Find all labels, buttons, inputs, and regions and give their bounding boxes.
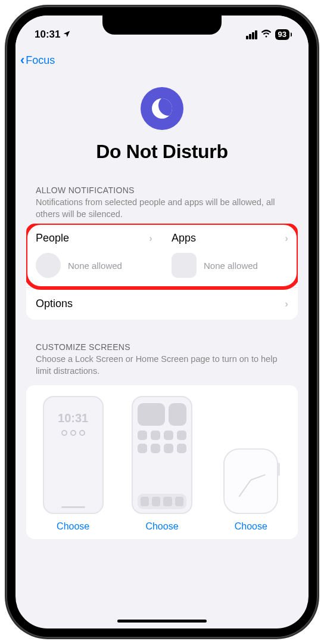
section-description: Choose a Lock Screen or Home Screen page… — [36, 354, 288, 377]
chevron-right-icon: › — [149, 233, 152, 244]
location-icon — [63, 30, 71, 40]
choose-home-button[interactable]: Choose — [145, 521, 178, 532]
lock-screen-option[interactable]: 10:31 Choose — [32, 396, 114, 532]
hero: Do Not Disturb — [26, 73, 298, 181]
phone-screen: 10:31 93 ‹ Focus — [15, 16, 309, 628]
customize-screens-card: 10:31 Choose Choose — [26, 385, 298, 539]
apps-cell[interactable]: Apps › None allowed — [162, 224, 298, 287]
allow-notifications-card: People › None allowed Apps › — [26, 224, 298, 320]
watch-preview — [223, 448, 278, 514]
lock-time: 10:31 — [58, 411, 88, 425]
nav-bar: ‹ Focus — [15, 48, 309, 73]
back-button[interactable]: ‹ Focus — [20, 52, 55, 68]
status-time: 10:31 — [35, 29, 60, 41]
choose-watch-button[interactable]: Choose — [235, 521, 267, 532]
home-indicator[interactable] — [117, 620, 207, 623]
options-label: Options — [36, 298, 73, 310]
content-scroll[interactable]: Do Not Disturb ALLOW NOTIFICATIONS Notif… — [15, 73, 309, 614]
status-left: 10:31 — [35, 29, 71, 41]
allow-notifications-header: ALLOW NOTIFICATIONS Notifications from s… — [26, 181, 298, 224]
home-screen-option[interactable]: Choose — [121, 396, 202, 532]
battery-icon: 93 — [275, 29, 289, 40]
lock-widgets — [61, 430, 85, 436]
status-right: 93 — [246, 29, 289, 41]
apps-label: Apps — [172, 232, 196, 244]
moon-icon — [152, 98, 172, 119]
notif-row: People › None allowed Apps › — [26, 224, 298, 287]
chevron-left-icon: ‹ — [20, 52, 24, 68]
phone-frame: 10:31 93 ‹ Focus — [6, 6, 318, 638]
apps-status: None allowed — [204, 261, 258, 271]
people-status: None allowed — [68, 261, 122, 271]
people-label: People — [36, 232, 69, 244]
choose-lock-button[interactable]: Choose — [57, 521, 89, 532]
section-title: ALLOW NOTIFICATIONS — [36, 185, 288, 195]
chevron-right-icon: › — [285, 298, 288, 310]
status-bar: 10:31 93 — [15, 16, 309, 48]
options-row[interactable]: Options › — [26, 287, 298, 320]
chevron-right-icon: › — [285, 233, 288, 244]
wifi-icon — [261, 29, 272, 41]
watch-face-option[interactable]: Choose — [210, 396, 292, 532]
section-description: Notifications from selected people and a… — [36, 197, 288, 220]
avatar-placeholder — [36, 253, 61, 278]
home-screen-preview — [132, 396, 192, 514]
customize-screens-header: CUSTOMIZE SCREENS Choose a Lock Screen o… — [26, 338, 298, 380]
do-not-disturb-icon — [141, 87, 183, 130]
section-title: CUSTOMIZE SCREENS — [36, 342, 288, 352]
page-title: Do Not Disturb — [26, 141, 298, 163]
lock-screen-preview: 10:31 — [43, 396, 104, 514]
back-label: Focus — [26, 54, 55, 67]
people-cell[interactable]: People › None allowed — [26, 224, 162, 287]
app-icon-placeholder — [172, 253, 197, 278]
cellular-icon — [246, 30, 257, 39]
